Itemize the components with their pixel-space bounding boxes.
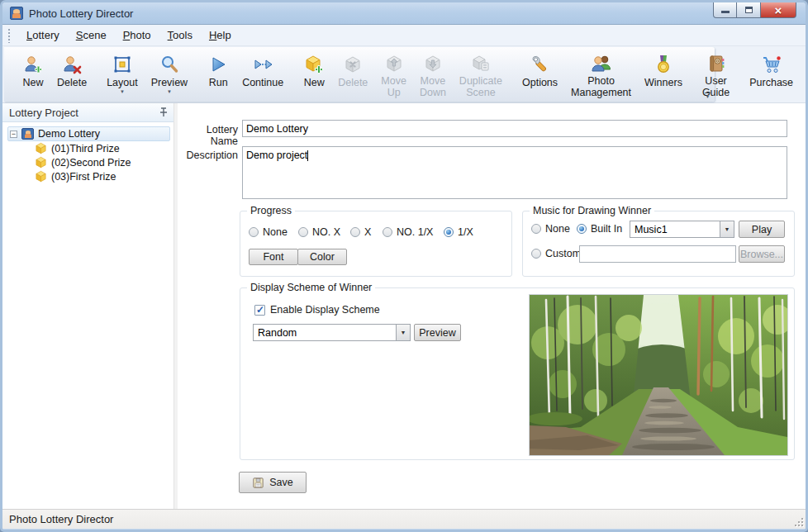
music-select[interactable]: Music1 ▼ <box>630 221 734 238</box>
scheme-select[interactable]: Random ▼ <box>253 324 411 341</box>
toolbar-purchase-button[interactable]: Purchase <box>743 50 800 100</box>
save-button[interactable]: Save <box>239 472 307 493</box>
scene-cube-icon <box>35 156 47 169</box>
toolbar-options-button[interactable]: Options <box>516 50 564 100</box>
menu-lottery[interactable]: Lottery <box>18 26 68 45</box>
person-add-icon <box>22 54 44 75</box>
scheme-preview-photo <box>529 294 788 456</box>
music-groupbox: Music for Drawing Winner None Built In M… <box>522 211 795 277</box>
music-radio-built-in[interactable]: Built In <box>577 223 622 235</box>
toolbar-overflow-button[interactable]: ▼ <box>703 93 712 100</box>
lottery-node-icon <box>21 128 34 140</box>
toolbar-continue-button[interactable]: Continue <box>235 50 290 100</box>
tree-item-first-prize[interactable]: (03)First Prize <box>7 169 173 183</box>
medal-icon <box>653 54 674 75</box>
tree-root-label: Demo Lottery <box>38 128 100 140</box>
radio-icon <box>298 227 308 237</box>
forest-road-image <box>530 295 787 455</box>
progress-radio-none[interactable]: None <box>249 226 288 238</box>
scene-cube-icon <box>35 142 47 154</box>
restore-button[interactable] <box>737 2 761 18</box>
cube-delete-icon-disabled <box>342 54 364 75</box>
cube-duplicate-icon-disabled <box>470 54 492 74</box>
person-delete-icon <box>61 54 83 75</box>
progress-groupbox-title: Progress <box>247 205 295 216</box>
description-label: Description <box>180 150 238 161</box>
toolbar-row: New Delete Layout ▼ Preview <box>2 46 806 102</box>
toolbar-layout-button[interactable]: Layout ▼ <box>100 50 145 100</box>
chevron-down-icon: ▼ <box>725 226 730 232</box>
radio-icon <box>383 227 392 237</box>
display-scheme-groupbox: Display Scheme of Winner Enable Display … <box>240 287 795 460</box>
save-floppy-icon <box>252 477 264 489</box>
dropdown-arrow-icon: ▼ <box>120 89 125 94</box>
tree-item-third-prize[interactable]: (01)Third Prize <box>7 141 173 155</box>
app-window: Photo Lottery Director × Lottery Scene P… <box>0 0 808 532</box>
custom-music-input[interactable] <box>579 245 736 263</box>
layout-icon <box>112 54 133 75</box>
dropdown-arrow-icon: ▼ <box>167 89 172 94</box>
cube-move-up-icon-disabled <box>383 54 405 74</box>
combo-arrow-button[interactable]: ▼ <box>720 221 734 237</box>
window-title: Photo Lottery Director <box>29 7 133 20</box>
continue-play-icon <box>252 54 273 75</box>
menubar-grip-handle[interactable] <box>7 28 12 43</box>
toolbar-new-lottery-button[interactable]: New <box>16 50 50 100</box>
toolbar-winners-button[interactable]: Winners <box>638 50 689 100</box>
toolbar-move-down-button: Move Down <box>413 50 453 100</box>
progress-radio-1x[interactable]: 1/X <box>444 226 473 238</box>
tree-item-demo-lottery[interactable]: − Demo Lottery <box>7 126 170 141</box>
browse-button: Browse... <box>739 245 785 263</box>
toolbar-delete-lottery-button[interactable]: Delete <box>50 50 93 100</box>
magnifier-icon <box>159 54 180 75</box>
toolbar-photo-management-button[interactable]: Photo Management <box>564 50 638 100</box>
titlebar[interactable]: Photo Lottery Director × <box>2 2 806 25</box>
toolbar-new-scene-button[interactable]: New <box>297 50 331 100</box>
close-button[interactable]: × <box>761 2 796 18</box>
combo-arrow-button[interactable]: ▼ <box>396 325 410 340</box>
music-radio-none[interactable]: None <box>531 223 570 235</box>
menu-tools[interactable]: Tools <box>159 26 201 45</box>
toolbar-move-up-button: Move Up <box>374 50 413 100</box>
menu-photo[interactable]: Photo <box>115 26 159 45</box>
toolbar-run-button[interactable]: Run <box>201 50 235 100</box>
tree-collapse-icon[interactable]: − <box>10 131 17 138</box>
menu-help[interactable]: Help <box>201 26 240 45</box>
radio-selected-icon <box>577 224 587 234</box>
shopping-cart-icon <box>761 54 782 75</box>
toolbar-duplicate-scene-button: Duplicate Scene <box>453 50 509 100</box>
toolbar-user-guide-button[interactable]: User Guide <box>696 50 736 100</box>
radio-icon <box>350 227 360 237</box>
tree-child-label: (01)Third Prize <box>51 143 120 154</box>
toolbar-delete-scene-button: Delete <box>331 50 374 100</box>
music-radio-custom[interactable]: Custom <box>531 248 581 259</box>
project-tree: − Demo Lottery (01)Third Prize (02)Secon… <box>2 122 173 183</box>
checkbox-checked-icon <box>254 305 265 316</box>
minimize-button[interactable] <box>713 2 737 18</box>
people-icon <box>591 54 612 74</box>
text-caret <box>307 150 308 161</box>
progress-radio-no-x[interactable]: NO. X <box>298 226 340 238</box>
scene-cube-icon <box>35 170 47 183</box>
guide-book-icon <box>706 54 727 74</box>
radio-icon <box>249 227 259 237</box>
enable-display-scheme-checkbox[interactable]: Enable Display Scheme <box>254 304 380 316</box>
description-textarea[interactable]: Demo project <box>242 146 787 199</box>
font-button[interactable]: Font <box>249 249 298 265</box>
menu-scene[interactable]: Scene <box>68 26 115 45</box>
color-button[interactable]: Color <box>297 249 347 265</box>
lottery-settings-form: Lottery Name Description Demo project Pr… <box>178 103 806 509</box>
radio-selected-icon <box>444 227 454 237</box>
resize-grip-handle[interactable] <box>793 516 803 526</box>
progress-radio-x[interactable]: X <box>350 226 371 238</box>
statusbar-text: Photo Lottery Director <box>9 513 113 525</box>
restore-icon <box>745 7 753 13</box>
lottery-project-panel: Lottery Project − Demo Lottery (01)Third… <box>2 103 174 509</box>
tree-item-second-prize[interactable]: (02)Second Prize <box>7 155 173 169</box>
play-button[interactable]: Play <box>739 221 785 238</box>
scheme-preview-button[interactable]: Preview <box>414 324 461 341</box>
toolbar-preview-button[interactable]: Preview ▼ <box>145 50 194 100</box>
lottery-name-input[interactable] <box>242 120 787 137</box>
pin-icon[interactable] <box>159 107 169 118</box>
progress-radio-no-1x[interactable]: NO. 1/X <box>383 226 433 238</box>
